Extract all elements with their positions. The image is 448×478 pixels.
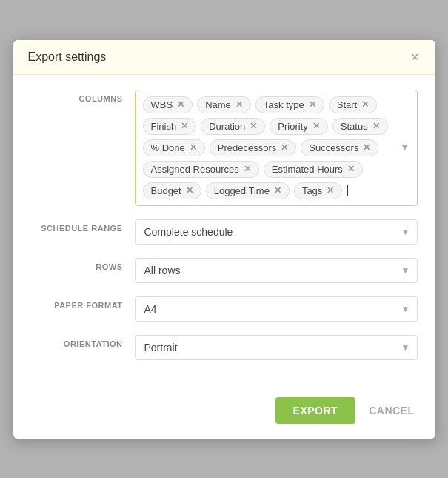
tag-remove[interactable]: ✕ bbox=[347, 165, 355, 173]
tag-chip: Budget✕ bbox=[143, 182, 201, 199]
tag-chip: Duration✕ bbox=[201, 118, 265, 135]
tag-label: Estimated Hours bbox=[272, 164, 343, 175]
orientation-row: ORIENTATION Portrait ▼ bbox=[31, 335, 418, 360]
tag-label: Assigned Resources bbox=[151, 164, 239, 175]
tag-remove[interactable]: ✕ bbox=[361, 100, 369, 109]
modal-title: Export settings bbox=[28, 50, 107, 64]
tag-chip: Start✕ bbox=[329, 96, 377, 113]
modal-overlay: Export settings × COLUMNS WBS✕Name✕Task … bbox=[0, 0, 448, 478]
tag-label: Priority bbox=[278, 121, 307, 132]
tag-chip: Logged Time✕ bbox=[206, 182, 290, 199]
schedule-range-row: SCHEDULE RANGE Complete schedule ▼ bbox=[31, 219, 418, 245]
columns-dropdown-arrow: ▼ bbox=[401, 142, 409, 153]
schedule-range-wrapper: Complete schedule ▼ bbox=[135, 219, 418, 245]
schedule-range-select[interactable]: Complete schedule bbox=[135, 219, 418, 245]
tag-remove[interactable]: ✕ bbox=[186, 186, 193, 195]
tag-label: WBS bbox=[151, 99, 173, 110]
rows-row: ROWS All rows ▼ bbox=[31, 258, 418, 283]
tag-chip: Assigned Resources✕ bbox=[143, 161, 259, 178]
tag-label: Logged Time bbox=[214, 185, 270, 196]
tags-container[interactable]: WBS✕Name✕Task type✕Start✕Finish✕Duration… bbox=[135, 90, 418, 206]
close-button[interactable]: × bbox=[409, 50, 421, 64]
tag-label: Successors bbox=[309, 142, 358, 153]
tag-label: Predecessors bbox=[218, 142, 276, 153]
tag-chip: Successors✕ bbox=[301, 139, 378, 156]
paper-format-select[interactable]: A4 bbox=[135, 296, 418, 322]
paper-format-wrapper: A4 ▼ bbox=[135, 296, 418, 322]
tag-chip: Status✕ bbox=[332, 118, 388, 135]
export-button[interactable]: EXPORT bbox=[275, 397, 356, 424]
tag-label: Tags bbox=[302, 185, 322, 196]
tag-chip: Finish✕ bbox=[143, 118, 197, 135]
tag-chip: Name✕ bbox=[197, 96, 251, 113]
columns-row: COLUMNS WBS✕Name✕Task type✕Start✕Finish✕… bbox=[31, 90, 418, 206]
tag-remove[interactable]: ✕ bbox=[309, 100, 316, 109]
orientation-control: Portrait ▼ bbox=[135, 335, 418, 360]
tag-chip: Estimated Hours✕ bbox=[264, 161, 363, 178]
orientation-label: ORIENTATION bbox=[31, 335, 135, 348]
tag-remove[interactable]: ✕ bbox=[372, 122, 380, 130]
paper-format-row: PAPER FORMAT A4 ▼ bbox=[31, 296, 418, 322]
rows-select[interactable]: All rows bbox=[135, 258, 418, 283]
paper-format-label: PAPER FORMAT bbox=[31, 296, 135, 310]
tag-label: Duration bbox=[209, 121, 245, 132]
tag-label: Status bbox=[341, 121, 368, 132]
tag-remove[interactable]: ✕ bbox=[327, 186, 334, 195]
rows-label: ROWS bbox=[31, 258, 135, 271]
modal-header: Export settings × bbox=[13, 40, 435, 75]
tag-remove[interactable]: ✕ bbox=[244, 165, 251, 173]
tag-label: Start bbox=[337, 99, 357, 110]
tag-remove[interactable]: ✕ bbox=[312, 122, 320, 130]
tag-chip: Predecessors✕ bbox=[210, 139, 296, 156]
tag-label: Task type bbox=[264, 99, 304, 110]
tag-remove[interactable]: ✕ bbox=[363, 143, 370, 152]
schedule-range-control: Complete schedule ▼ bbox=[135, 219, 418, 245]
orientation-wrapper: Portrait ▼ bbox=[135, 335, 418, 360]
tag-chip: Task type✕ bbox=[255, 96, 324, 113]
tag-remove[interactable]: ✕ bbox=[281, 143, 288, 152]
columns-control: WBS✕Name✕Task type✕Start✕Finish✕Duration… bbox=[135, 90, 418, 206]
modal-body: COLUMNS WBS✕Name✕Task type✕Start✕Finish✕… bbox=[13, 75, 435, 388]
modal-footer: EXPORT CANCEL bbox=[13, 388, 435, 439]
rows-control: All rows ▼ bbox=[135, 258, 418, 283]
tag-label: % Done bbox=[151, 142, 185, 153]
tag-label: Finish bbox=[151, 121, 177, 132]
columns-label: COLUMNS bbox=[31, 90, 135, 103]
tag-label: Name bbox=[205, 99, 231, 110]
text-cursor bbox=[347, 185, 348, 196]
rows-wrapper: All rows ▼ bbox=[135, 258, 418, 283]
tag-chip: Tags✕ bbox=[294, 182, 342, 199]
tag-chip: Priority✕ bbox=[270, 118, 327, 135]
tag-remove[interactable]: ✕ bbox=[274, 186, 281, 195]
tag-remove[interactable]: ✕ bbox=[181, 122, 188, 130]
paper-format-control: A4 ▼ bbox=[135, 296, 418, 322]
cancel-button[interactable]: CANCEL bbox=[363, 397, 420, 424]
export-settings-modal: Export settings × COLUMNS WBS✕Name✕Task … bbox=[13, 40, 435, 439]
tag-remove[interactable]: ✕ bbox=[250, 122, 257, 130]
tag-remove[interactable]: ✕ bbox=[235, 100, 243, 109]
orientation-select[interactable]: Portrait bbox=[135, 335, 418, 360]
tag-remove[interactable]: ✕ bbox=[177, 100, 184, 109]
tag-label: Budget bbox=[151, 185, 181, 196]
tag-chip: % Done✕ bbox=[143, 139, 205, 156]
schedule-range-label: SCHEDULE RANGE bbox=[31, 219, 135, 233]
tag-chip: WBS✕ bbox=[143, 96, 193, 113]
tag-remove[interactable]: ✕ bbox=[190, 143, 197, 152]
